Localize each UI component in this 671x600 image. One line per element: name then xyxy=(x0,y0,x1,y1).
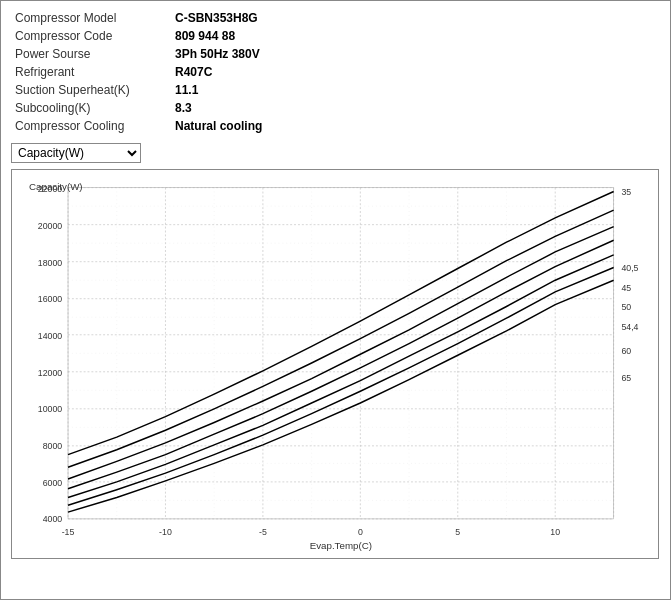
svg-text:40,5: 40,5 xyxy=(621,263,638,273)
svg-text:12000: 12000 xyxy=(38,368,62,378)
row-compressor-model: Compressor Model C-SBN353H8G xyxy=(11,9,660,27)
value-subcooling: 8.3 xyxy=(171,99,660,117)
svg-text:35: 35 xyxy=(621,187,631,197)
row-compressor-code: Compressor Code 809 944 88 xyxy=(11,27,660,45)
svg-text:60: 60 xyxy=(621,346,631,356)
svg-text:0: 0 xyxy=(358,527,363,537)
svg-text:-5: -5 xyxy=(259,527,267,537)
svg-text:Capacity(W): Capacity(W) xyxy=(29,181,83,192)
svg-text:45: 45 xyxy=(621,283,631,293)
svg-text:65: 65 xyxy=(621,373,631,383)
value-compressor-code: 809 944 88 xyxy=(171,27,660,45)
label-compressor-model: Compressor Model xyxy=(11,9,171,27)
svg-text:Evap.Temp(C): Evap.Temp(C) xyxy=(310,540,372,551)
svg-text:50: 50 xyxy=(621,302,631,312)
label-suction-superheat: Suction Superheat(K) xyxy=(11,81,171,99)
row-subcooling: Subcooling(K) 8.3 xyxy=(11,99,660,117)
svg-text:8000: 8000 xyxy=(43,441,63,451)
dropdown-row: Capacity(W)Power Input(W)Current(A)COP xyxy=(11,143,660,163)
chart-svg: 4000 6000 8000 10000 12000 14000 16000 1… xyxy=(16,174,654,554)
chart-container: 4000 6000 8000 10000 12000 14000 16000 1… xyxy=(11,169,659,559)
main-container: Compressor Model C-SBN353H8G Compressor … xyxy=(0,0,671,600)
value-refrigerant: R407C xyxy=(171,63,660,81)
label-compressor-cooling: Compressor Cooling xyxy=(11,117,171,135)
info-table: Compressor Model C-SBN353H8G Compressor … xyxy=(11,9,660,135)
row-compressor-cooling: Compressor Cooling Natural cooling xyxy=(11,117,660,135)
chart-area: 4000 6000 8000 10000 12000 14000 16000 1… xyxy=(16,174,654,554)
row-suction-superheat: Suction Superheat(K) 11.1 xyxy=(11,81,660,99)
row-refrigerant: Refrigerant R407C xyxy=(11,63,660,81)
svg-text:20000: 20000 xyxy=(38,221,62,231)
svg-text:10000: 10000 xyxy=(38,404,62,414)
svg-text:4000: 4000 xyxy=(43,514,63,524)
label-subcooling: Subcooling(K) xyxy=(11,99,171,117)
label-power-source: Power Sourse xyxy=(11,45,171,63)
svg-text:18000: 18000 xyxy=(38,258,62,268)
svg-text:-15: -15 xyxy=(62,527,75,537)
svg-text:-10: -10 xyxy=(159,527,172,537)
svg-text:54,4: 54,4 xyxy=(621,322,638,332)
svg-text:14000: 14000 xyxy=(38,331,62,341)
value-compressor-model: C-SBN353H8G xyxy=(171,9,660,27)
chart-type-select[interactable]: Capacity(W)Power Input(W)Current(A)COP xyxy=(11,143,141,163)
svg-text:6000: 6000 xyxy=(43,478,63,488)
value-suction-superheat: 11.1 xyxy=(171,81,660,99)
svg-text:16000: 16000 xyxy=(38,294,62,304)
value-power-source: 3Ph 50Hz 380V xyxy=(171,45,660,63)
row-power-source: Power Sourse 3Ph 50Hz 380V xyxy=(11,45,660,63)
svg-text:5: 5 xyxy=(455,527,460,537)
svg-text:10: 10 xyxy=(550,527,560,537)
label-refrigerant: Refrigerant xyxy=(11,63,171,81)
label-compressor-code: Compressor Code xyxy=(11,27,171,45)
value-compressor-cooling: Natural cooling xyxy=(171,117,660,135)
